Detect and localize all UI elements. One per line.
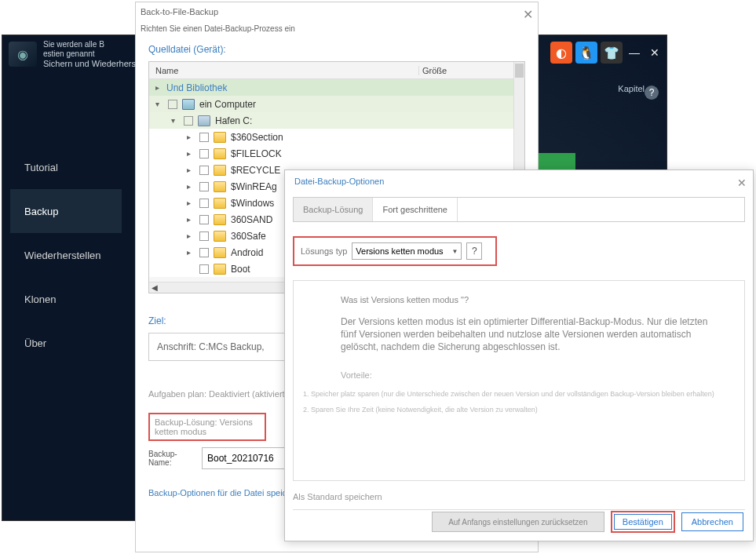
window-close-icon[interactable]: ✕ [646,44,663,61]
close-icon[interactable]: ✕ [737,177,747,189]
backup-options-dialog: Datei-Backup-Optionen ✕ Backup-Lösung Fo… [284,169,754,541]
tree-label: Und Bibliothek [166,82,513,93]
select-value: Versions ketten modus [356,246,443,256]
tab-backup-solution[interactable]: Backup-Lösung [294,198,373,221]
advantages-label: Vorteile: [341,370,725,380]
scroll-left-icon[interactable]: ◀ [149,283,160,292]
tree-row-folder[interactable]: ▸$360Section [149,129,513,145]
source-label: Quelldatei (Gerät): [148,44,525,55]
solution-type-row: Lösungs typ Versions ketten modus ? [293,236,497,266]
advantage-item-1: 1. Speicher platz sparen (nur die Unters… [303,389,725,399]
checkbox[interactable] [199,133,209,142]
backup-name-input[interactable] [202,447,296,469]
cancel-button[interactable]: Abbrechen [681,512,743,531]
folder-icon [214,198,226,209]
backup-name-label: Backup-Name: [148,450,197,467]
expand-icon[interactable]: ▸ [187,166,198,174]
tree-label: $360Section [231,132,513,143]
folder-icon [214,214,226,225]
tree-row-library[interactable]: ▸Und Bibliothek [149,79,513,96]
folder-icon [214,247,226,258]
backup-solution-text[interactable]: Backup-Lösung: Versions ketten modus [148,413,266,441]
collapse-icon[interactable]: ▾ [171,116,182,125]
tree-label: ein Computer [199,99,513,110]
column-name[interactable]: Name [149,66,419,75]
tab-bar: Backup-Lösung Fort geschrittene [293,197,745,222]
app-tray: ◐ 🐧 👕 — ✕ [550,42,663,64]
folder-icon [214,132,226,143]
divider [293,509,745,510]
expand-icon[interactable]: ▸ [187,199,198,207]
checkbox[interactable] [184,116,193,126]
folder-icon [214,264,226,275]
info-description: Der Versions ketten modus ist ein optimi… [341,315,725,353]
sidebar-item-label: Tutorial [24,162,58,173]
expand-icon[interactable]: ▸ [155,83,166,92]
window-minimize-icon[interactable]: — [626,44,643,61]
checkbox[interactable] [199,149,209,159]
folder-icon [214,148,226,159]
expand-icon[interactable]: ▸ [187,248,198,257]
help-button[interactable]: ? [466,242,482,260]
save-as-default-link[interactable]: Als Standard speichern [293,492,745,501]
expand-icon[interactable]: ▸ [187,133,198,141]
advantage-item-2: 2. Sparen Sie Ihre Zeit (keine Notwendig… [303,405,725,414]
expand-icon[interactable]: ▸ [187,182,198,191]
app-logo-icon: ◉ [9,42,37,67]
folder-icon [214,181,226,192]
collapse-icon[interactable]: ▾ [155,100,166,108]
info-question: Was ist Versions ketten modus "? [341,295,725,304]
sidebar-item-label: Klonen [24,293,56,305]
expand-icon[interactable]: ▸ [187,149,198,158]
chapter-label[interactable]: Kapitel [618,84,645,93]
dialog-buttons: Auf Anfangs einstellungen zurücksetzen B… [294,511,743,533]
sidebar-item-label: Wiederherstellen [24,250,101,261]
sidebar-item-backup[interactable]: Backup [10,189,122,233]
tree-label: Hafen C: [215,115,513,126]
sidebar-item-tutorial[interactable]: Tutorial [10,145,122,189]
info-panel: Was ist Versions ketten modus "? Der Ver… [293,280,745,481]
checkbox[interactable] [199,166,209,175]
dialog-subtitle: Richten Sie einen Datei-Backup-Prozess e… [136,16,538,33]
solution-type-label: Lösungs typ [301,246,347,256]
tab-advanced[interactable]: Fort geschrittene [373,198,458,221]
tree-row-drive-c[interactable]: ▾Hafen C: [149,112,513,129]
column-size[interactable]: Größe [419,66,524,75]
folder-icon [214,231,226,242]
folder-icon [214,165,226,176]
drive-icon [198,115,210,126]
checkbox[interactable] [199,231,209,241]
shirt-icon[interactable]: 👕 [601,42,623,64]
expand-icon[interactable]: ▸ [187,215,198,224]
tree-row-folder[interactable]: ▸$FILELOCK [149,145,513,162]
confirm-button-highlight: Bestätigen [611,511,675,533]
close-icon[interactable]: ✕ [523,7,533,22]
sidebar-item-about[interactable]: Über [10,321,122,365]
checkbox[interactable] [199,182,209,191]
weibo-icon[interactable]: ◐ [550,42,572,64]
solution-type-select[interactable]: Versions ketten modus [352,242,462,260]
checkbox[interactable] [199,199,209,208]
tree-label: $FILELOCK [231,148,513,159]
sidebar-item-restore[interactable]: Wiederherstellen [10,233,122,277]
tree-row-computer[interactable]: ▾ein Computer [149,96,513,112]
expand-icon[interactable]: ▸ [187,231,198,240]
checkbox[interactable] [199,248,209,257]
checkbox[interactable] [199,264,209,274]
dialog-title: Datei-Backup-Optionen [285,170,753,192]
sidebar-item-clone[interactable]: Klonen [10,277,122,321]
help-icon[interactable]: ? [645,86,659,100]
qq-icon[interactable]: 🐧 [575,42,597,64]
sidebar-item-label: Backup [24,206,58,217]
checkbox[interactable] [168,100,177,109]
dialog-title: Back-to-File-Backup [136,2,230,16]
reset-button[interactable]: Auf Anfangs einstellungen zurücksetzen [432,512,604,532]
computer-icon [182,99,195,110]
sidebar-item-label: Über [24,337,46,349]
confirm-button[interactable]: Bestätigen [614,514,672,530]
tree-header: Name Größe [149,62,524,79]
sidebar: Tutorial Backup Wiederherstellen Klonen … [10,145,122,365]
checkbox[interactable] [199,215,209,224]
scrollbar-thumb[interactable] [515,64,524,78]
